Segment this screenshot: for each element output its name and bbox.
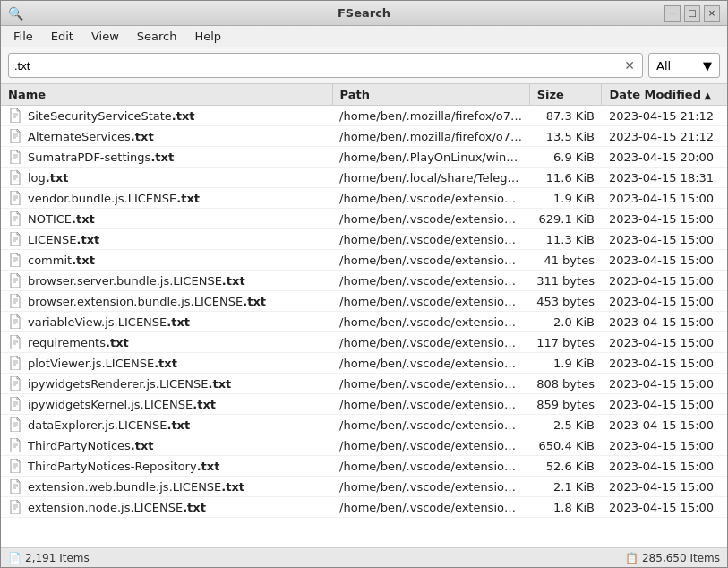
file-icon	[8, 500, 22, 514]
file-icon	[8, 459, 22, 473]
file-path: /home/ben/.vscode/extensions/...	[332, 415, 529, 435]
file-name: AlternateServices.txt	[28, 130, 154, 143]
close-button[interactable]: ×	[704, 5, 720, 22]
table-row[interactable]: AlternateServices.txt/home/ben/.mozilla/…	[1, 126, 727, 147]
file-date: 2023-04-15 18:31	[602, 168, 727, 188]
file-path: /home/ben/.vscode/extensions/...	[332, 332, 529, 353]
file-size: 629.1 KiB	[529, 209, 602, 229]
file-size: 11.6 KiB	[529, 168, 602, 188]
file-icon	[8, 417, 22, 432]
file-name: extension.web.bundle.js.LICENSE.txt	[28, 480, 244, 494]
menu-file[interactable]: File	[4, 28, 42, 45]
file-name: SumatraPDF-settings.txt	[28, 151, 174, 164]
file-size: 859 bytes	[529, 394, 602, 415]
minimize-button[interactable]: −	[664, 5, 681, 22]
table-row[interactable]: plotViewer.js.LICENSE.txt/home/ben/.vsco…	[1, 353, 727, 374]
file-name: ipywidgetsRenderer.js.LICENSE.txt	[28, 377, 231, 391]
file-size: 808 bytes	[529, 374, 602, 394]
table-row[interactable]: ipywidgetsRenderer.js.LICENSE.txt/home/b…	[1, 374, 727, 394]
file-icon	[8, 191, 22, 205]
file-path: /home/ben/.vscode/extensions/...	[332, 435, 529, 456]
table-row[interactable]: SiteSecurityServiceState.txt/home/ben/.m…	[1, 106, 727, 126]
file-name: variableView.js.LICENSE.txt	[28, 315, 190, 329]
file-path: /home/ben/.PlayOnLinux/winepr...	[332, 147, 529, 168]
main-window: 🔍 FSearch − □ × File Edit View Search He…	[0, 0, 728, 568]
maximize-button[interactable]: □	[684, 5, 700, 22]
file-icon	[8, 170, 22, 185]
table-row[interactable]: extension.node.js.LICENSE.txt/home/ben/.…	[1, 497, 727, 518]
table-row[interactable]: log.txt/home/ben/.local/share/Telegra...…	[1, 168, 727, 188]
table-row[interactable]: extension.web.bundle.js.LICENSE.txt/home…	[1, 477, 727, 497]
table-row[interactable]: LICENSE.txt/home/ben/.vscode/extensions/…	[1, 229, 727, 250]
file-size: 1.8 KiB	[529, 497, 602, 518]
status-left: 📄 2,191 Items	[8, 552, 90, 564]
menu-view[interactable]: View	[82, 28, 128, 45]
file-name: LICENSE.txt	[28, 233, 99, 246]
file-date: 2023-04-15 15:00	[602, 435, 727, 456]
file-icon	[8, 356, 22, 370]
file-date: 2023-04-15 15:00	[602, 497, 727, 518]
menu-edit[interactable]: Edit	[42, 28, 82, 45]
file-date: 2023-04-15 15:00	[602, 394, 727, 415]
file-icon	[8, 376, 22, 391]
col-header-date[interactable]: Date Modified	[602, 84, 727, 106]
filter-dropdown[interactable]: All ▼	[648, 53, 720, 78]
file-icon	[8, 211, 22, 226]
file-path: /home/ben/.vscode/extensions/...	[332, 477, 529, 497]
status-file-icon: 📄	[8, 552, 21, 564]
titlebar-left: 🔍	[8, 6, 23, 21]
file-size: 2.5 KiB	[529, 415, 602, 435]
search-input[interactable]	[14, 59, 622, 73]
table-row[interactable]: dataExplorer.js.LICENSE.txt/home/ben/.vs…	[1, 415, 727, 435]
window-title: FSearch	[1, 6, 727, 20]
table-row[interactable]: variableView.js.LICENSE.txt/home/ben/.vs…	[1, 312, 727, 332]
file-size: 1.9 KiB	[529, 353, 602, 374]
table-row[interactable]: ThirdPartyNotices-Repository.txt/home/be…	[1, 456, 727, 477]
file-icon	[8, 253, 22, 267]
file-icon	[8, 294, 22, 308]
file-path: /home/ben/.vscode/extensions/...	[332, 497, 529, 518]
table-row[interactable]: vendor.bundle.js.LICENSE.txt/home/ben/.v…	[1, 188, 727, 209]
file-path: /home/ben/.mozilla/firefox/o7jd...	[332, 106, 529, 126]
table-row[interactable]: ThirdPartyNotices.txt/home/ben/.vscode/e…	[1, 435, 727, 456]
status-total-count: 285,650 Items	[642, 552, 720, 564]
table-row[interactable]: browser.server.bundle.js.LICENSE.txt/hom…	[1, 271, 727, 291]
file-size: 87.3 KiB	[529, 106, 602, 126]
file-name: vendor.bundle.js.LICENSE.txt	[28, 192, 200, 205]
file-icon	[8, 314, 22, 329]
file-icon	[8, 397, 22, 411]
results-table: Name Path Size Date Modified SiteSecurit…	[1, 84, 727, 518]
titlebar: 🔍 FSearch − □ ×	[1, 1, 727, 26]
col-header-size[interactable]: Size	[529, 84, 602, 106]
results-table-wrapper[interactable]: Name Path Size Date Modified SiteSecurit…	[1, 84, 727, 547]
table-row[interactable]: SumatraPDF-settings.txt/home/ben/.PlayOn…	[1, 147, 727, 168]
file-icon	[8, 108, 22, 123]
file-path: /home/ben/.vscode/extensions/...	[332, 353, 529, 374]
search-clear-button[interactable]: ✕	[622, 58, 637, 73]
file-size: 2.0 KiB	[529, 312, 602, 332]
file-date: 2023-04-15 15:00	[602, 229, 727, 250]
file-date: 2023-04-15 15:00	[602, 353, 727, 374]
file-date: 2023-04-15 15:00	[602, 415, 727, 435]
col-header-name[interactable]: Name	[1, 84, 332, 106]
file-path: /home/ben/.vscode/extensions/...	[332, 312, 529, 332]
file-name: ThirdPartyNotices-Repository.txt	[28, 460, 219, 473]
file-name: ThirdPartyNotices.txt	[28, 439, 154, 452]
file-path: /home/ben/.vscode/extensions/...	[332, 250, 529, 271]
menu-help[interactable]: Help	[185, 28, 230, 45]
filter-label: All	[656, 59, 671, 73]
file-path: /home/ben/.vscode/extensions/...	[332, 374, 529, 394]
status-db-icon: 📋	[625, 552, 638, 564]
file-size: 1.9 KiB	[529, 188, 602, 209]
file-path: /home/ben/.vscode/extensions/...	[332, 271, 529, 291]
table-row[interactable]: NOTICE.txt/home/ben/.vscode/extensions/.…	[1, 209, 727, 229]
file-icon	[8, 150, 22, 164]
table-row[interactable]: ipywidgetsKernel.js.LICENSE.txt/home/ben…	[1, 394, 727, 415]
col-header-path[interactable]: Path	[332, 84, 529, 106]
file-name: browser.extension.bundle.js.LICENSE.txt	[28, 295, 266, 308]
table-row[interactable]: commit.txt/home/ben/.vscode/extensions/.…	[1, 250, 727, 271]
menu-search[interactable]: Search	[128, 28, 186, 45]
table-row[interactable]: browser.extension.bundle.js.LICENSE.txt/…	[1, 291, 727, 312]
statusbar: 📄 2,191 Items 📋 285,650 Items	[1, 547, 727, 567]
table-row[interactable]: requirements.txt/home/ben/.vscode/extens…	[1, 332, 727, 353]
